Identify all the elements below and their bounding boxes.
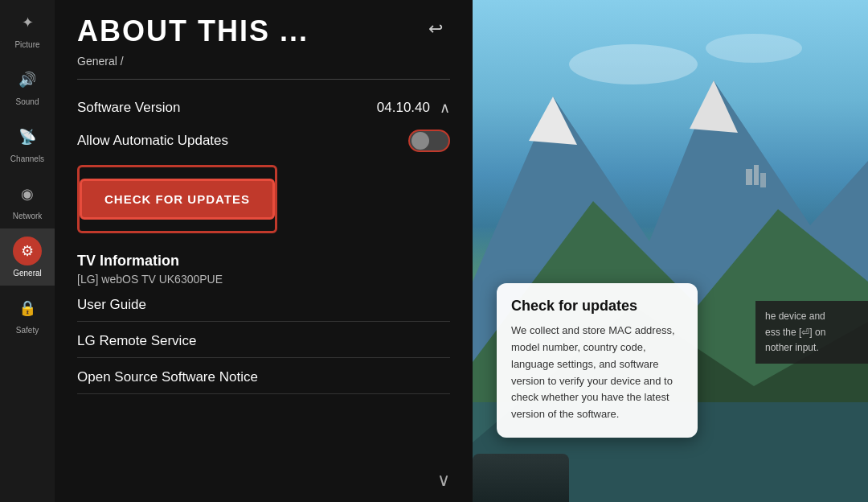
auto-updates-label: Allow Automatic Updates xyxy=(77,133,228,149)
scroll-down-icon[interactable]: ∨ xyxy=(437,470,450,491)
background-area: he device and ess the [⏎] on nother inpu… xyxy=(473,0,868,502)
divider-top xyxy=(77,79,450,80)
svg-point-1 xyxy=(706,34,802,63)
remote-hint xyxy=(473,454,569,502)
sidebar-item-picture-label: Picture xyxy=(14,40,39,49)
svg-rect-9 xyxy=(754,165,759,185)
check-updates-container: CHECK FOR UPDATES xyxy=(77,165,277,233)
dark-info-line3: nother input. xyxy=(765,340,858,356)
sound-icon: 🔊 xyxy=(13,65,42,94)
sidebar-item-network-label: Network xyxy=(13,212,43,220)
svg-marker-3 xyxy=(529,97,577,145)
dark-info-line1: he device and xyxy=(765,309,858,324)
network-icon: ◉ xyxy=(13,179,42,208)
sidebar-item-channels[interactable]: 📡 Channels xyxy=(0,114,55,171)
svg-point-0 xyxy=(569,44,698,84)
picture-icon: ✦ xyxy=(13,8,42,37)
check-updates-button[interactable]: CHECK FOR UPDATES xyxy=(80,179,275,220)
sidebar-item-picture[interactable]: ✦ Picture xyxy=(0,0,55,57)
dark-info-line2: ess the [⏎] on xyxy=(765,325,858,340)
main-panel: ABOUT THIS ... ↩ General / Software Vers… xyxy=(55,0,473,502)
sidebar-item-channels-label: Channels xyxy=(10,154,44,163)
sidebar-item-safety-label: Safety xyxy=(16,326,39,335)
tooltip-text: We collect and store MAC address, model … xyxy=(511,323,683,423)
tv-info-subtitle: [LG] webOS TV UK6300PUE xyxy=(77,273,450,286)
software-version-label: Software Version xyxy=(77,100,181,116)
page-title: ABOUT THIS ... xyxy=(77,14,450,48)
sidebar-item-sound-label: Sound xyxy=(16,97,39,106)
tv-info-section: TV Information [LG] webOS TV UK6300PUE xyxy=(77,253,450,286)
tv-info-title: TV Information xyxy=(77,253,450,270)
dark-info-box: he device and ess the [⏎] on nother inpu… xyxy=(755,301,868,364)
sidebar-item-network[interactable]: ◉ Network xyxy=(0,171,55,228)
sidebar-item-safety[interactable]: 🔒 Safety xyxy=(0,286,55,343)
software-version-row: Software Version 04.10.40 ∧ xyxy=(77,93,450,123)
auto-updates-toggle[interactable] xyxy=(408,130,450,152)
auto-updates-row: Allow Automatic Updates xyxy=(77,123,450,158)
open-source-item[interactable]: Open Source Software Notice xyxy=(77,358,450,394)
toggle-knob xyxy=(411,132,429,150)
sidebar-item-general-label: General xyxy=(13,269,42,278)
user-guide-item[interactable]: User Guide xyxy=(77,286,450,322)
tooltip-title: Check for updates xyxy=(511,298,683,315)
background-image: he device and ess the [⏎] on nother inpu… xyxy=(473,0,868,502)
channels-icon: 📡 xyxy=(13,122,42,151)
sidebar-item-general[interactable]: ⚙ General xyxy=(0,228,55,286)
svg-rect-10 xyxy=(760,173,766,187)
general-icon: ⚙ xyxy=(13,237,42,265)
tooltip-popup: Check for updates We collect and store M… xyxy=(497,283,698,438)
expand-icon[interactable]: ∧ xyxy=(440,99,450,117)
sidebar-item-sound[interactable]: 🔊 Sound xyxy=(0,57,55,114)
software-version-value: 04.10.40 xyxy=(377,100,430,116)
sidebar: ✦ Picture 🔊 Sound 📡 Channels ◉ Network ⚙… xyxy=(0,0,55,502)
breadcrumb: General / xyxy=(77,55,450,68)
back-button[interactable]: ↩ xyxy=(421,14,450,43)
auto-updates-toggle-wrapper xyxy=(408,130,450,152)
lg-remote-item[interactable]: LG Remote Service xyxy=(77,322,450,358)
safety-icon: 🔒 xyxy=(13,294,42,323)
svg-rect-8 xyxy=(746,169,752,185)
